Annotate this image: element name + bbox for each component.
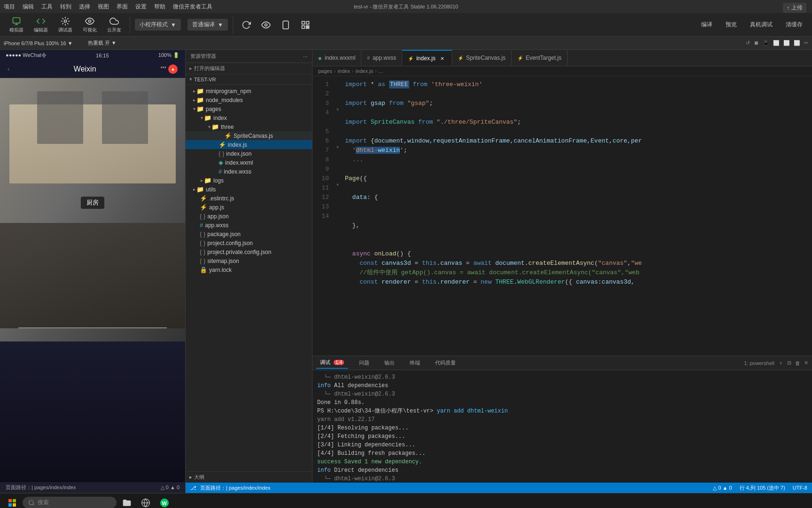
chevron-down-icon: ▾ <box>193 106 195 111</box>
tree-item-miniprogram-npm[interactable]: ▸ 📁 miniprogram_npm <box>186 87 312 95</box>
tree-item-indexwxml[interactable]: ◈ index.wxml <box>186 158 312 167</box>
clean-btn[interactable]: 清缓存 <box>782 19 806 31</box>
tab-indexwxml[interactable]: ◈ index.wxxml <box>312 50 361 66</box>
simulator-toggle[interactable]: 模拟器 <box>6 15 27 35</box>
dots-icon[interactable]: ••• <box>160 64 166 74</box>
fold-indicator[interactable]: ▾ <box>334 104 341 114</box>
main-content: ●●●●● WeChat令 16:15 100% 🔋 ‹ Weixin ••• … <box>0 50 812 493</box>
tree-item-appjs[interactable]: ⚡ app.js <box>186 203 312 212</box>
fold-indicator[interactable]: ▾ <box>334 180 341 189</box>
tab-debug[interactable]: 调试 1.4 <box>316 357 348 369</box>
tab-appwxss[interactable]: # app.wxss <box>361 50 402 66</box>
layout-1-icon[interactable]: ⬜ <box>773 40 780 46</box>
tree-item-index[interactable]: ▾ 📁 index <box>186 113 312 122</box>
tree-item-sitemap[interactable]: { } sitemap.json <box>186 256 312 265</box>
taskbar-search[interactable]: 搜索 <box>23 497 117 508</box>
outline-section[interactable]: ▸ 大纲 <box>186 471 312 483</box>
more-icon[interactable]: ✂ <box>804 40 808 46</box>
menu-tools[interactable]: 工具 <box>41 3 53 11</box>
tree-item-three[interactable]: ▾ 📁 three <box>186 122 312 131</box>
taskbar-file-explorer[interactable] <box>118 494 135 508</box>
mode-selector[interactable]: 小程序模式 ▼ <box>135 19 181 31</box>
tree-item-spritecanvas[interactable]: ⚡ SpriteCanvas.js <box>186 131 312 140</box>
tree-item-indexjson[interactable]: { } index.json <box>186 149 312 158</box>
code-line-16: }, <box>341 221 812 230</box>
split-terminal-icon[interactable]: ⊟ <box>787 360 791 366</box>
device-info[interactable]: iPhone 6/7/8 Plus 100% 16 ▼ <box>4 40 73 46</box>
tree-item-eslintrc[interactable]: ⚡ .eslintrc.js <box>186 194 312 203</box>
explorer-more-icon[interactable]: ··· <box>303 54 307 59</box>
menu-wechat[interactable]: 微信开发者工具 <box>173 3 212 11</box>
menu-select[interactable]: 选择 <box>79 3 90 11</box>
remote-debug-btn[interactable]: 真机调试 <box>746 19 776 31</box>
tree-item-logs[interactable]: ▸ 📁 logs <box>186 176 312 185</box>
debug-toggle[interactable]: 调试器 <box>55 15 76 35</box>
menu-project[interactable]: 项目 <box>4 3 15 11</box>
tab-quality[interactable]: 代码质量 <box>431 357 460 368</box>
close-terminal-icon[interactable]: ✕ <box>804 360 808 366</box>
refresh-icon[interactable]: ↺ <box>746 40 750 46</box>
cloud-btn[interactable]: 云开发 <box>103 15 125 35</box>
preview-btn[interactable]: 预览 <box>722 19 741 31</box>
qr-button[interactable] <box>297 18 314 32</box>
tree-item-node-modules[interactable]: ▸ 📁 node_modules <box>186 95 312 104</box>
tree-item-packagejson[interactable]: { } package.json <box>186 230 312 238</box>
tree-item-pages[interactable]: ▾ 📁 pages <box>186 104 312 113</box>
refresh-button[interactable] <box>238 18 255 32</box>
tab-issues[interactable]: 问题 <box>355 357 373 368</box>
menu-help[interactable]: 帮助 <box>154 3 165 11</box>
tree-item-projectprivate[interactable]: { } project.private.config.json <box>186 247 312 256</box>
tab-indexjs[interactable]: ⚡ index.js ✕ <box>402 50 452 66</box>
layout-3-icon[interactable]: ⬜ <box>794 40 800 46</box>
js-file-icon: ⚡ <box>200 204 207 211</box>
svg-point-5 <box>265 24 267 26</box>
tab-output[interactable]: 输出 <box>381 357 398 368</box>
tree-item-appjson[interactable]: { } app.json <box>186 212 312 221</box>
tab-label: index.js <box>416 55 436 62</box>
tree-item-indexjs[interactable]: ⚡ index.js <box>186 140 312 149</box>
menu-edit[interactable]: 编辑 <box>23 3 34 11</box>
taskbar-wechat-dev[interactable]: W <box>156 494 173 508</box>
trash-icon[interactable]: 🗑 <box>795 360 800 366</box>
device-button[interactable] <box>277 18 294 32</box>
menu-ui[interactable]: 界面 <box>117 3 128 11</box>
tree-item-projectconfig[interactable]: { } project.config.json <box>186 238 312 247</box>
code-lines[interactable]: import * as THREE from 'three-weixin' im… <box>341 76 812 356</box>
compile-btn[interactable]: 编译 <box>697 19 716 31</box>
code-content[interactable]: 1 2 3 4 5 6 7 8 9 10 11 12 <box>312 76 812 356</box>
layout-2-icon[interactable]: ⬜ <box>783 40 790 46</box>
live-icon[interactable]: ● <box>168 64 178 74</box>
upload-button[interactable]: ↑ 上传 <box>783 3 806 13</box>
tab-eventtarget[interactable]: ⚡ EventTarget.js <box>512 50 568 66</box>
svg-rect-11 <box>306 25 307 27</box>
stop-icon[interactable]: ⏹ <box>754 40 759 46</box>
menu-view[interactable]: 视图 <box>98 3 109 11</box>
tree-item-yarnlock[interactable]: 🔒 yarn.lock <box>186 265 312 274</box>
svg-rect-6 <box>283 21 289 29</box>
taskbar-browser[interactable] <box>137 494 154 508</box>
tab-terminal[interactable]: 终端 <box>406 357 424 368</box>
tab-spritecanvas[interactable]: ⚡ SpriteCanvas.js <box>452 50 512 66</box>
tree-item-utils[interactable]: ▸ 📁 utils <box>186 185 312 194</box>
fold-indicator[interactable]: ▾ <box>334 142 341 151</box>
folder-icon: 📁 <box>196 87 204 95</box>
open-editors-section[interactable]: ▸ 打开的编辑器 <box>186 63 312 74</box>
back-icon[interactable]: ‹ <box>8 66 9 72</box>
menu-settings[interactable]: 设置 <box>135 3 147 11</box>
terminal-content[interactable]: └─ dhtml-weixin@2.6.3 info All dependenc… <box>312 370 812 483</box>
start-button[interactable] <box>4 494 21 508</box>
menu-goto[interactable]: 转到 <box>60 3 71 11</box>
hotreload-info[interactable]: 热重载 开 ▼ <box>88 40 117 47</box>
tab-close-icon[interactable]: ✕ <box>438 55 446 62</box>
add-terminal-icon[interactable]: ＋ <box>778 359 783 366</box>
preview-eye-button[interactable] <box>258 18 274 32</box>
debug-label: 调试器 <box>58 27 72 33</box>
tree-item-appwxss[interactable]: # app.wxss <box>186 221 312 230</box>
compile-selector[interactable]: 普通编译 ▼ <box>187 19 228 31</box>
tree-item-indexwxss[interactable]: # index.wxss <box>186 167 312 176</box>
root-chevron-icon: ▾ <box>189 76 192 82</box>
code-line-7: import {document,window,requestAnimation… <box>341 136 812 146</box>
preview-toggle[interactable]: 可视化 <box>79 15 101 35</box>
editor-toggle[interactable]: 编辑器 <box>30 15 52 35</box>
root-section[interactable]: ▾ TEST-VR <box>186 74 312 85</box>
